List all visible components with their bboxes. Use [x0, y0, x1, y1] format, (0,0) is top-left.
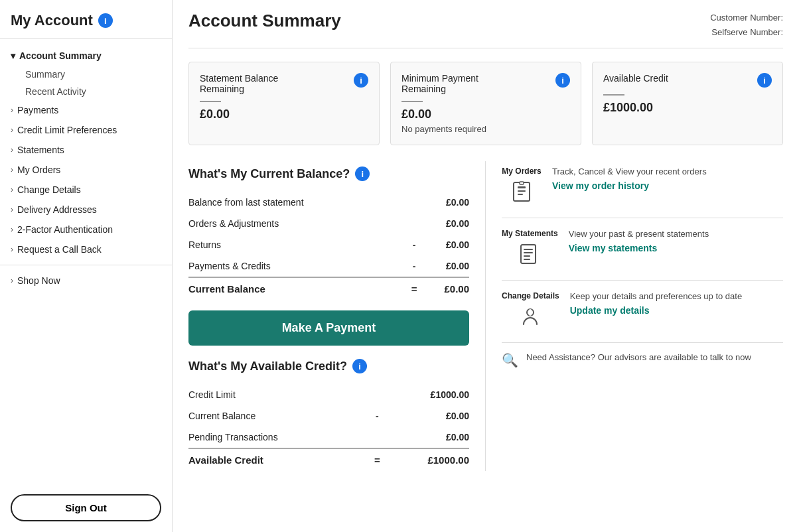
svg-rect-1: [518, 186, 526, 188]
change-details-description: Keep your details and preferences up to …: [570, 291, 783, 301]
table-row: Returns - £0.00: [188, 234, 469, 255]
sidebar-item-recent-activity[interactable]: Recent Activity: [0, 83, 172, 100]
sidebar-item-credit-limit[interactable]: › Credit Limit Preferences: [0, 120, 172, 140]
table-row: Payments & Credits - £0.00: [188, 255, 469, 277]
summary-label: Summary: [25, 69, 65, 80]
delivery-addresses-chevron-icon: ›: [11, 205, 13, 214]
current-balance-table: Balance from last statement £0.00 Orders…: [188, 192, 469, 300]
sidebar: My Account i ▾ Account Summary Summary R…: [0, 0, 173, 532]
pending-transactions-label: Pending Transactions: [188, 427, 369, 448]
available-credit-section-info-icon[interactable]: i: [352, 359, 367, 373]
svg-rect-3: [518, 194, 523, 195]
sidebar-item-change-details[interactable]: › Change Details: [0, 180, 172, 200]
sidebar-item-statements[interactable]: › Statements: [0, 140, 172, 160]
minimum-payment-note: No payments required: [401, 124, 570, 134]
payments-credits-operator: -: [406, 255, 422, 277]
sidebar-divider: [0, 265, 172, 265]
pending-transactions-amount: £0.00: [385, 427, 469, 448]
change-details-icon: [520, 306, 540, 332]
my-statements-panel-label: My Statements: [502, 229, 558, 238]
svg-rect-6: [524, 249, 533, 250]
minimum-payment-card: Minimum Payment Remaining i £0.00 No pay…: [390, 62, 581, 145]
current-balance-avail-label: Current Balance: [188, 405, 369, 427]
available-credit-row-operator: =: [369, 448, 385, 471]
change-details-panel-label: Change Details: [502, 291, 559, 300]
payments-chevron-icon: ›: [11, 105, 13, 115]
available-credit-heading: What's My Available Credit?: [188, 360, 347, 373]
view-order-history-link[interactable]: View my order history: [552, 180, 649, 191]
right-column: My Orders: [486, 161, 783, 471]
available-credit-info-icon[interactable]: i: [757, 73, 772, 88]
available-credit-row-label: Available Credit: [188, 448, 369, 471]
current-balance-avail-amount: £0.00: [385, 405, 469, 427]
update-details-link[interactable]: Update my details: [570, 305, 650, 316]
sidebar-nav: ▾ Account Summary Summary Recent Activit…: [0, 39, 172, 488]
customer-info: Customer Number: Selfserve Number:: [710, 11, 783, 40]
sidebar-item-2fa[interactable]: › 2-Factor Authentication: [0, 220, 172, 239]
sidebar-item-account-summary[interactable]: ▾ Account Summary: [0, 46, 172, 66]
sidebar-item-shop-now[interactable]: › Shop Now: [0, 271, 172, 291]
table-row: Balance from last statement £0.00: [188, 192, 469, 213]
my-orders-description: Track, Cancel & View your recent orders: [552, 166, 783, 176]
payments-credits-amount: £0.00: [422, 255, 469, 277]
sidebar-item-my-orders[interactable]: › My Orders: [0, 160, 172, 180]
statements-chevron-icon: ›: [11, 145, 13, 155]
last-statement-operator: [406, 192, 422, 213]
my-orders-panel-label: My Orders: [502, 166, 541, 176]
sign-out-button[interactable]: Sign Out: [11, 494, 161, 521]
available-credit-card: Available Credit i £1000.00: [592, 62, 783, 145]
my-statements-description: View your past & present statements: [569, 229, 783, 239]
account-summary-label: Account Summary: [19, 50, 102, 61]
statement-balance-card: Statement Balance Remaining i £0.00: [188, 62, 380, 145]
my-orders-icon: [511, 181, 532, 207]
minimum-payment-info-icon[interactable]: i: [555, 73, 570, 88]
current-balance-label: Current Balance: [188, 277, 406, 300]
returns-amount: £0.00: [422, 234, 469, 255]
svg-rect-11: [529, 309, 532, 316]
table-row: Orders & Adjustments £0.00: [188, 213, 469, 234]
minimum-payment-title: Minimum Payment Remaining: [401, 73, 521, 94]
selfserve-number-label: Selfserve Number:: [710, 25, 783, 40]
sidebar-item-delivery-addresses[interactable]: › Delivery Addresses: [0, 200, 172, 220]
sidebar-item-summary[interactable]: Summary: [0, 66, 172, 83]
payments-credits-label: Payments & Credits: [188, 255, 406, 277]
svg-rect-4: [520, 182, 524, 184]
current-balance-avail-operator: -: [369, 405, 385, 427]
current-balance-info-icon[interactable]: i: [355, 166, 370, 181]
current-balance-operator: =: [406, 277, 422, 300]
available-credit-table: Credit Limit £1000.00 Current Balance - …: [188, 384, 469, 471]
last-statement-amount: £0.00: [422, 192, 469, 213]
table-row: Pending Transactions £0.00: [188, 427, 469, 448]
statement-balance-info-icon[interactable]: i: [354, 73, 368, 88]
right-panel-my-statements: My Statements: [502, 218, 783, 281]
statement-balance-amount: £0.00: [200, 107, 368, 121]
change-details-chevron-icon: ›: [11, 185, 13, 194]
left-column: What's My Current Balance? i Balance fro…: [188, 161, 486, 471]
svg-rect-5: [521, 245, 536, 263]
delivery-addresses-label: Delivery Addresses: [17, 204, 97, 215]
assistance-icon: 🔍: [502, 352, 518, 368]
sidebar-item-payments[interactable]: › Payments: [0, 100, 172, 120]
table-row: Credit Limit £1000.00: [188, 384, 469, 405]
customer-number-label: Customer Number:: [710, 11, 783, 25]
change-details-label: Change Details: [17, 184, 81, 195]
orders-adjustments-amount: £0.00: [422, 213, 469, 234]
available-credit-row-amount: £1000.00: [385, 448, 469, 471]
view-statements-link[interactable]: View my statements: [569, 243, 658, 253]
sidebar-item-callback[interactable]: › Request a Call Back: [0, 239, 172, 259]
shop-now-label: Shop Now: [17, 275, 60, 286]
assistance-panel: 🔍 Need Assistance? Our advisors are avai…: [502, 343, 783, 368]
right-panel-my-orders: My Orders: [502, 161, 783, 218]
my-account-info-icon[interactable]: i: [98, 13, 113, 28]
svg-rect-8: [524, 255, 530, 257]
make-payment-button[interactable]: Make A Payment: [188, 310, 469, 346]
credit-limit-label: Credit Limit Preferences: [17, 125, 117, 135]
available-credit-amount: £1000.00: [603, 101, 772, 115]
orders-adjustments-label: Orders & Adjustments: [188, 213, 406, 234]
callback-chevron-icon: ›: [11, 245, 13, 254]
table-row: Available Credit = £1000.00: [188, 448, 469, 471]
statement-balance-title: Statement Balance Remaining: [200, 73, 319, 94]
right-panel: My Orders: [502, 161, 783, 368]
my-account-label: My Account: [11, 12, 93, 29]
credit-limit-operator: [369, 384, 385, 405]
